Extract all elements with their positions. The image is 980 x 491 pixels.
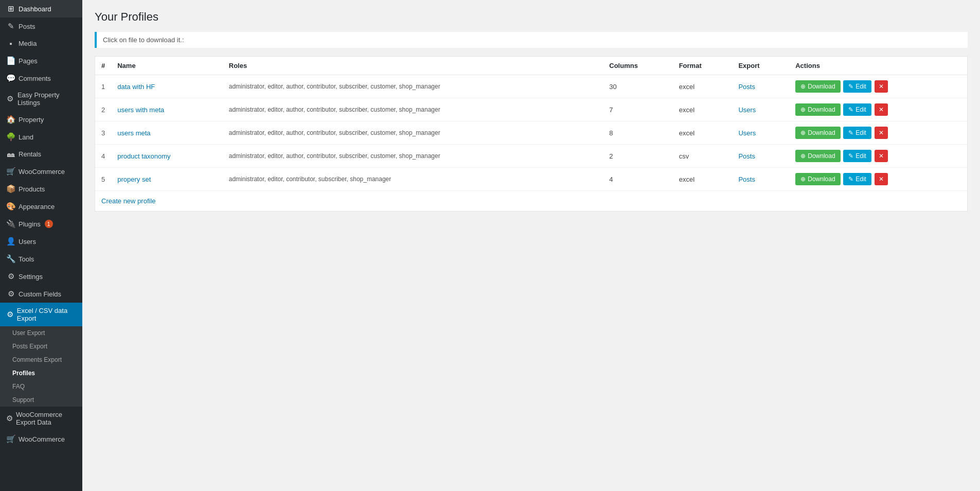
sidebar-item-label: Easy Property Listings: [17, 91, 76, 107]
download-button[interactable]: ⊕ Download: [795, 173, 840, 185]
sidebar-item-comments[interactable]: 💬 Comments: [0, 69, 82, 87]
tools-icon: 🔧: [6, 254, 15, 264]
cell-columns: 8: [603, 121, 672, 145]
sidebar-item-dashboard[interactable]: ⊞ Dashboard: [0, 0, 82, 17]
epl-icon: ⚙: [6, 94, 14, 103]
cell-name: propery set: [111, 168, 223, 191]
edit-icon: ✎: [848, 176, 853, 183]
col-header-roles: Roles: [223, 57, 603, 75]
col-header-actions: Actions: [789, 57, 967, 75]
sub-label: FAQ: [12, 383, 25, 390]
sidebar-sub-posts-export[interactable]: Posts Export: [0, 340, 82, 353]
cell-num: 2: [95, 98, 111, 121]
sidebar-item-label: Products: [19, 185, 45, 193]
media-icon: ▪: [6, 39, 15, 48]
users-icon: 👤: [6, 237, 15, 246]
table-row: 1 data with HF administrator, editor, au…: [95, 75, 967, 98]
sidebar-item-label: Tools: [19, 255, 34, 263]
sidebar-item-excel-csv[interactable]: ⚙ Excel / CSV data Export: [0, 303, 82, 326]
sidebar-item-label: Media: [19, 40, 37, 47]
cell-name: users with meta: [111, 98, 223, 121]
sidebar-item-tools[interactable]: 🔧 Tools: [0, 250, 82, 268]
col-header-columns: Columns: [603, 57, 672, 75]
profiles-card: # Name Roles Columns Format Export Actio…: [95, 56, 968, 212]
table-row: 4 product taxonomy administrator, editor…: [95, 145, 967, 168]
cell-columns: 2: [603, 145, 672, 168]
sidebar-item-pages[interactable]: 📄 Pages: [0, 52, 82, 69]
delete-button[interactable]: ✕: [875, 173, 888, 185]
cell-num: 5: [95, 168, 111, 191]
custom-fields-icon: ⚙: [6, 289, 15, 299]
edit-icon: ✎: [848, 152, 853, 160]
delete-button[interactable]: ✕: [875, 80, 888, 93]
property-icon: 🏠: [6, 115, 15, 124]
sidebar-item-posts[interactable]: ✎ Posts: [0, 17, 82, 35]
sidebar-item-woocommerce2[interactable]: 🛒 WooCommerce: [0, 430, 82, 448]
delete-icon: ✕: [879, 106, 884, 113]
sidebar-item-label: Custom Fields: [19, 290, 61, 298]
sidebar-item-users[interactable]: 👤 Users: [0, 233, 82, 250]
sidebar-sub-comments-export[interactable]: Comments Export: [0, 353, 82, 366]
download-button[interactable]: ⊕ Download: [795, 127, 840, 139]
notice-bar: Click on file to download it.:: [95, 32, 968, 48]
edit-button[interactable]: ✎ Edit: [843, 173, 871, 185]
download-icon: ⊕: [800, 129, 806, 136]
edit-button[interactable]: ✎ Edit: [843, 127, 871, 139]
cell-columns: 4: [603, 168, 672, 191]
sidebar-sub-profiles[interactable]: Profiles: [0, 366, 82, 380]
delete-button[interactable]: ✕: [875, 127, 888, 139]
table-header-row: # Name Roles Columns Format Export Actio…: [95, 57, 967, 75]
woocommerce-icon: 🛒: [6, 167, 15, 176]
sidebar-item-easy-property-listings[interactable]: ⚙ Easy Property Listings: [0, 87, 82, 111]
table-row: 3 users meta administrator, editor, auth…: [95, 121, 967, 145]
main-content: Your Profiles Click on file to download …: [82, 0, 980, 491]
cell-format: excel: [673, 121, 733, 145]
sub-label: Profiles: [12, 370, 35, 377]
sidebar-item-settings[interactable]: ⚙ Settings: [0, 268, 82, 285]
edit-icon: ✎: [848, 129, 853, 136]
comments-icon: 💬: [6, 74, 15, 83]
create-new-profile-link[interactable]: Create new profile: [95, 190, 967, 211]
sidebar-item-property[interactable]: 🏠 Property: [0, 111, 82, 128]
sidebar-sub-faq[interactable]: FAQ: [0, 380, 82, 393]
download-button[interactable]: ⊕ Download: [795, 103, 840, 116]
cell-num: 4: [95, 145, 111, 168]
download-icon: ⊕: [800, 106, 806, 113]
sidebar-item-plugins[interactable]: 🔌 Plugins 1: [0, 215, 82, 233]
profiles-table: # Name Roles Columns Format Export Actio…: [95, 57, 967, 190]
cell-roles: administrator, editor, contributor, subs…: [223, 168, 603, 191]
sidebar-item-custom-fields[interactable]: ⚙ Custom Fields: [0, 285, 82, 303]
delete-button[interactable]: ✕: [875, 103, 888, 116]
sidebar-item-label: Property: [19, 116, 44, 124]
settings-icon: ⚙: [6, 272, 15, 281]
delete-icon: ✕: [879, 129, 884, 136]
sub-label: Posts Export: [12, 343, 47, 350]
edit-button[interactable]: ✎ Edit: [843, 150, 871, 162]
download-button[interactable]: ⊕ Download: [795, 80, 840, 93]
download-icon: ⊕: [800, 83, 806, 90]
col-header-num: #: [95, 57, 111, 75]
dashboard-icon: ⊞: [6, 4, 15, 13]
sidebar-item-rentals[interactable]: 🏘 Rentals: [0, 146, 82, 163]
sub-label: Support: [12, 396, 34, 404]
delete-icon: ✕: [879, 152, 884, 160]
sidebar-item-label: Excel / CSV data Export: [17, 307, 76, 322]
sidebar-item-woocommerce-export-data[interactable]: ⚙ WooCommerce Export Data: [0, 407, 82, 430]
cell-num: 1: [95, 75, 111, 98]
download-button[interactable]: ⊕ Download: [795, 150, 840, 162]
sidebar-item-woocommerce[interactable]: 🛒 WooCommerce: [0, 163, 82, 180]
cell-roles: administrator, editor, author, contribut…: [223, 98, 603, 121]
delete-button[interactable]: ✕: [875, 150, 888, 162]
edit-button[interactable]: ✎ Edit: [843, 103, 871, 116]
sidebar-item-land[interactable]: 🌳 Land: [0, 128, 82, 146]
edit-button[interactable]: ✎ Edit: [843, 80, 871, 93]
delete-icon: ✕: [879, 83, 884, 90]
sidebar-item-appearance[interactable]: 🎨 Appearance: [0, 198, 82, 215]
pages-icon: 📄: [6, 56, 15, 65]
delete-icon: ✕: [879, 176, 884, 183]
products-icon: 📦: [6, 184, 15, 194]
sidebar-sub-support[interactable]: Support: [0, 393, 82, 407]
sidebar-item-products[interactable]: 📦 Products: [0, 180, 82, 198]
sidebar-sub-user-export[interactable]: User Export: [0, 326, 82, 340]
sidebar-item-media[interactable]: ▪ Media: [0, 35, 82, 52]
